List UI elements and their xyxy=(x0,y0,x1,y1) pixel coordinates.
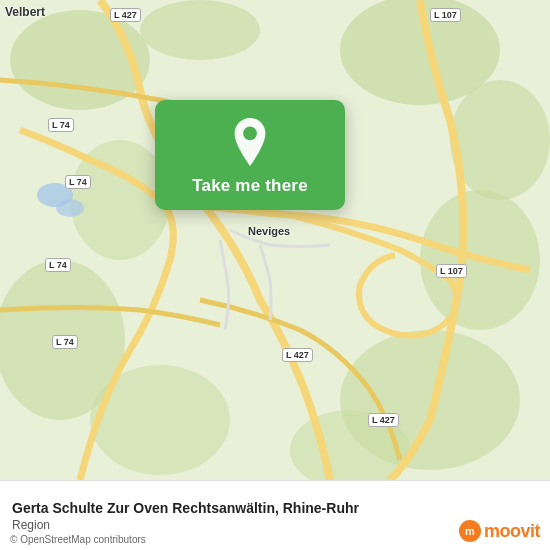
svg-point-12 xyxy=(56,199,84,217)
moovit-text: moovit xyxy=(484,521,540,542)
bottom-bar: Gerta Schulte Zur Oven Rechtsanwältin, R… xyxy=(0,480,550,550)
popup-card[interactable]: Take me there xyxy=(155,100,345,210)
map-svg xyxy=(0,0,550,480)
road-badge-l74-3: L 74 xyxy=(45,258,71,272)
road-badge-l107-top: L 107 xyxy=(430,8,461,22)
road-badge-l74-1: L 74 xyxy=(48,118,74,132)
bottom-title: Gerta Schulte Zur Oven Rechtsanwältin, R… xyxy=(12,500,538,516)
place-label-velbert: Velbert xyxy=(5,5,45,19)
road-badge-l427-bot1: L 427 xyxy=(282,348,313,362)
copyright-text: © OpenStreetMap contributors xyxy=(10,534,146,545)
svg-point-2 xyxy=(140,0,260,60)
moovit-logo: m moovit xyxy=(459,520,540,542)
road-badge-l74-2: L 74 xyxy=(65,175,91,189)
place-label-neviges: Neviges xyxy=(248,225,290,237)
road-badge-l74-4: L 74 xyxy=(52,335,78,349)
svg-text:m: m xyxy=(465,525,475,537)
map-container: Neviges L 427 L 107 L 74 L 74 L 74 L 74 … xyxy=(0,0,550,480)
popup-label: Take me there xyxy=(192,176,308,196)
popup-pin-icon xyxy=(226,118,274,166)
road-badge-l107-right: L 107 xyxy=(436,264,467,278)
moovit-icon: m xyxy=(459,520,481,542)
svg-point-13 xyxy=(243,127,257,141)
road-badge-l427-top: L 427 xyxy=(110,8,141,22)
road-badge-l427-bot2: L 427 xyxy=(368,413,399,427)
